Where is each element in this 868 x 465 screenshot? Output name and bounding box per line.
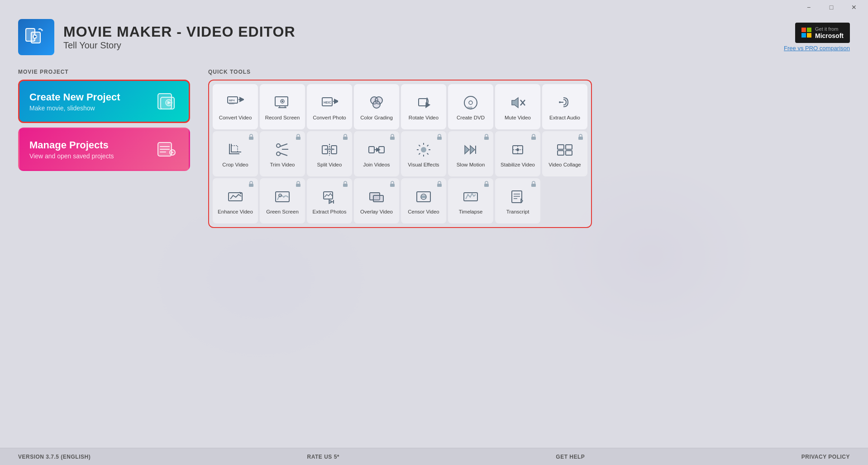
maximize-button[interactable]: □ (821, 0, 842, 14)
tool-join-videos[interactable]: Join Videos (354, 131, 399, 176)
tool-timelapse[interactable]: Timelapse (448, 178, 493, 223)
overlay-video-icon (367, 187, 386, 206)
ms-name-label: Microsoft (815, 32, 844, 40)
tool-trim-video[interactable]: Trim Video (260, 131, 305, 176)
app-logo (18, 19, 54, 55)
svg-rect-36 (249, 137, 253, 140)
footer-rate[interactable]: RATE US 5* (307, 454, 339, 460)
manage-card-subtitle: View and open saved projects (29, 152, 156, 160)
tool-split-video[interactable]: Split Video (307, 131, 352, 176)
svg-point-64 (516, 148, 519, 151)
rotate-video-icon (414, 93, 433, 112)
tool-label-crop-video: Crop Video (222, 162, 248, 168)
svg-rect-52 (379, 147, 384, 153)
svg-rect-87 (484, 184, 489, 187)
ms-text: Get it from Microsoft (815, 26, 844, 40)
svg-marker-49 (332, 148, 335, 150)
minimize-button[interactable]: − (798, 0, 819, 14)
tool-censor-video[interactable]: Censor Video (401, 178, 446, 223)
footer-help[interactable]: GET HELP (556, 454, 585, 460)
tool-label-convert-photo: Convert Photo (313, 115, 346, 121)
svg-rect-10 (160, 146, 170, 147)
tool-transcript[interactable]: Transcript (495, 178, 540, 223)
tool-extract-photos[interactable]: Extract Photos (307, 178, 352, 223)
lock-icon-stabilize (530, 134, 538, 141)
footer-version: VERSION 3.7.5 (English) (18, 454, 91, 460)
tool-record-screen[interactable]: Record Screen (260, 84, 305, 129)
microsoft-badge[interactable]: Get it from Microsoft (795, 23, 850, 43)
tool-label-transcript: Transcript (506, 209, 529, 215)
svg-rect-27 (419, 99, 427, 106)
transcript-icon (508, 187, 527, 206)
app-title: MOVIE MAKER - VIDEO EDITOR (63, 24, 296, 40)
tool-label-green-screen: Green Screen (266, 209, 299, 215)
app-window: − □ ✕ MOVIE MAKER - VIDEO EDITOR Tell Yo… (0, 0, 868, 465)
svg-point-26 (373, 101, 380, 108)
split-video-icon (320, 140, 339, 159)
tool-label-mute-video: Mute Video (505, 115, 531, 121)
visual-effects-icon (414, 140, 433, 159)
tool-create-dvd[interactable]: DVD Create DVD (448, 84, 493, 129)
tool-rotate-video[interactable]: Rotate Video (401, 84, 446, 129)
tool-color-grading[interactable]: Color Grading (354, 84, 399, 129)
tool-label-split-video: Split Video (317, 162, 342, 168)
svg-point-21 (281, 100, 283, 102)
tool-label-create-dvd: Create DVD (457, 115, 485, 121)
app-logo-icon (25, 26, 48, 48)
tool-video-collage[interactable]: Video Collage (542, 131, 587, 176)
svg-rect-73 (296, 184, 300, 187)
tool-stabilize-video[interactable]: Stabilize Video (495, 131, 540, 176)
svg-point-40 (277, 144, 280, 147)
svg-rect-86 (421, 195, 426, 198)
svg-rect-51 (369, 147, 374, 153)
manage-card-icon (156, 138, 179, 161)
tool-enhance-video[interactable]: Enhance Video (213, 178, 258, 223)
tool-label-trim-video: Trim Video (270, 162, 295, 168)
svg-marker-57 (465, 146, 469, 154)
tool-slow-motion[interactable]: Slow Motion (448, 131, 493, 176)
tool-overlay-video[interactable]: Overlay Video (354, 178, 399, 223)
join-videos-icon (367, 140, 386, 159)
movie-project-label: MOVIE PROJECT (18, 69, 190, 75)
svg-point-55 (421, 147, 426, 152)
tool-label-extract-audio: Extract Audio (549, 115, 580, 121)
tool-visual-effects[interactable]: Visual Effects (401, 131, 446, 176)
mute-video-icon (508, 93, 527, 112)
svg-point-39 (277, 152, 280, 156)
svg-marker-94 (521, 199, 523, 203)
svg-rect-70 (249, 184, 253, 187)
header: MOVIE MAKER - VIDEO EDITOR Tell Your Sto… (0, 14, 868, 60)
create-new-project-card[interactable]: Create New Project Make movie, slideshow (18, 80, 190, 123)
tool-label-censor-video: Censor Video (408, 209, 439, 215)
tool-crop-video[interactable]: Crop Video (213, 131, 258, 176)
svg-rect-37 (231, 146, 238, 152)
manage-card-title: Manage Projects (29, 139, 156, 151)
svg-rect-12 (160, 152, 166, 152)
svg-line-41 (280, 144, 287, 147)
svg-rect-38 (296, 137, 300, 140)
tool-convert-video[interactable]: MP4WMV Convert Video (213, 84, 258, 129)
tool-convert-photo[interactable]: HEIC Convert Photo (307, 84, 352, 129)
footer-privacy[interactable]: PRIVACY POLICY (801, 454, 850, 460)
tool-mute-video[interactable]: Mute Video (495, 84, 540, 129)
free-pro-link[interactable]: Free vs PRO comparison (784, 45, 850, 52)
enhance-video-icon (226, 187, 245, 206)
svg-marker-48 (324, 148, 327, 150)
svg-line-42 (280, 153, 287, 156)
create-card-title: Create New Project (29, 91, 156, 103)
svg-point-35 (559, 101, 561, 103)
tool-label-convert-video: Convert Video (219, 115, 252, 121)
tool-label-extract-photos: Extract Photos (313, 209, 347, 215)
extract-audio-icon (555, 93, 574, 112)
tool-label-color-grading: Color Grading (360, 115, 393, 121)
close-button[interactable]: ✕ (844, 0, 864, 14)
svg-point-29 (469, 101, 472, 104)
left-panel: MOVIE PROJECT Create New Project Make mo… (18, 69, 190, 439)
svg-text:DVD: DVD (467, 106, 472, 109)
svg-rect-82 (373, 195, 383, 202)
trim-video-icon (273, 140, 292, 159)
tool-extract-audio[interactable]: Extract Audio (542, 84, 587, 129)
manage-projects-card[interactable]: Manage Projects View and open saved proj… (18, 128, 190, 171)
titlebar: − □ ✕ (0, 0, 868, 14)
tool-green-screen[interactable]: Green Screen (260, 178, 305, 223)
